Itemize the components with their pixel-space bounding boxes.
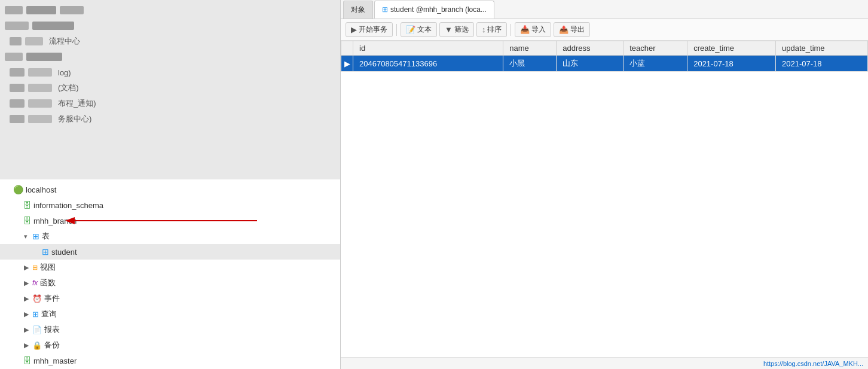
toolbar-separator-2: [511, 24, 511, 36]
sidebar-item-label: information_schema: [33, 201, 103, 210]
sidebar-item-queries-group[interactable]: ▶ ⊞ 查询: [0, 306, 340, 322]
sidebar-item-mhh-branch[interactable]: 🗄 mhh_branch: [0, 213, 340, 228]
sidebar-item-mhh-master[interactable]: 🗄 mhh_master: [0, 353, 340, 368]
toolbar-separator-1: [396, 24, 397, 36]
sidebar-item-label: 事件: [44, 293, 60, 304]
col-header-indicator: [341, 41, 353, 56]
text-label: 文本: [417, 25, 432, 35]
sidebar-tree: 🟢 localhost 🗄 information_schema 🗄 mhh_b…: [0, 179, 340, 369]
col-header-id[interactable]: id: [353, 41, 503, 56]
import-icon: 📥: [520, 25, 530, 34]
db-active-icon: 🗄: [23, 216, 31, 225]
cell-update-time: 2021-07-18: [776, 56, 868, 72]
import-button[interactable]: 📥 导入: [515, 22, 551, 37]
sidebar-item-student[interactable]: ⊞ student: [0, 244, 340, 260]
report-icon: 📄: [32, 325, 42, 334]
col-header-teacher[interactable]: teacher: [624, 41, 687, 56]
tab-object[interactable]: 对象: [343, 1, 373, 19]
toggle-icon: ▶: [24, 279, 31, 287]
db-icon: 🗄: [23, 356, 31, 365]
event-icon: ⏰: [32, 294, 42, 303]
backup-icon: 🔒: [32, 341, 42, 350]
col-header-name[interactable]: name: [503, 41, 557, 56]
cell-create-time: 2021-07-18: [687, 56, 776, 72]
cell-address: 山东: [557, 56, 624, 72]
sidebar-item-label: localhost: [26, 185, 56, 194]
data-table: id name address teacher create_time upda…: [341, 41, 868, 72]
toggle-icon: ▶: [24, 310, 31, 318]
sidebar-item-reports-group[interactable]: ▶ 📄 报表: [0, 322, 340, 337]
col-header-update-time[interactable]: update_time: [776, 41, 868, 56]
sidebar: 流程中心 log) (文档) 布程_通知): [0, 0, 341, 369]
db-icon: 🗄: [23, 200, 31, 210]
tab-label: student @mhh_branch (loca...: [390, 5, 487, 14]
status-bar: https://blog.csdn.net/JAVA_MKH...: [341, 357, 868, 369]
table-group-icon: ⊞: [32, 231, 39, 241]
filter-label: 筛选: [454, 25, 469, 35]
sidebar-item-label: student: [51, 248, 77, 257]
filter-button[interactable]: ▼ 筛选: [439, 22, 474, 37]
sidebar-item-label: 视图: [40, 262, 56, 273]
row-indicator: ▶: [341, 56, 353, 72]
cell-id: 204670805471133696: [353, 56, 503, 72]
toggle-icon: ▶: [24, 326, 31, 334]
transaction-icon: ▶: [351, 25, 357, 34]
view-icon: ⊞: [32, 264, 38, 272]
server-icon: 🟢: [13, 185, 23, 194]
export-label: 导出: [570, 25, 585, 35]
tab-student-table[interactable]: ⊞ student @mhh_branch (loca...: [374, 1, 494, 19]
sidebar-item-label: 报表: [44, 324, 60, 335]
sidebar-item-label: 表: [42, 231, 50, 242]
export-icon: 📤: [559, 25, 569, 34]
filter-icon: ▼: [445, 25, 453, 34]
toggle-icon: ▶: [24, 341, 31, 349]
tab-bar: 对象 ⊞ student @mhh_branch (loca...: [341, 0, 868, 19]
main-panel: 对象 ⊞ student @mhh_branch (loca... ▶ 开始事务…: [341, 0, 868, 369]
cell-teacher: 小蓝: [624, 56, 687, 72]
data-table-container: id name address teacher create_time upda…: [341, 41, 868, 357]
status-url: https://blog.csdn.net/JAVA_MKH...: [763, 360, 863, 367]
export-button[interactable]: 📤 导出: [554, 22, 590, 37]
sort-button[interactable]: ↕ 排序: [476, 22, 508, 37]
sidebar-item-backups-group[interactable]: ▶ 🔒 备份: [0, 337, 340, 353]
table-icon: ⊞: [42, 247, 49, 257]
sidebar-item-views-group[interactable]: ▶ ⊞ 视图: [0, 260, 340, 275]
arrow-annotation: [72, 215, 263, 227]
toolbar: ▶ 开始事务 📝 文本 ▼ 筛选 ↕ 排序 📥 导入 📤 导出: [341, 19, 868, 41]
begin-transaction-button[interactable]: ▶ 开始事务: [346, 22, 393, 37]
sidebar-item-tables-group[interactable]: ▾ ⊞ 表: [0, 228, 340, 244]
sidebar-item-label: 函数: [40, 277, 56, 288]
function-icon: fx: [32, 279, 38, 287]
sidebar-item-label: mhh_master: [33, 356, 77, 365]
import-label: 导入: [531, 25, 546, 35]
table-tab-icon: ⊞: [382, 5, 388, 14]
sidebar-item-label: mhh_branch: [33, 216, 77, 225]
text-icon: 📝: [406, 25, 415, 34]
sort-label: 排序: [487, 25, 502, 35]
text-button[interactable]: 📝 文本: [401, 22, 437, 37]
query-icon: ⊞: [32, 310, 39, 319]
sidebar-item-localhost[interactable]: 🟢 localhost: [0, 182, 340, 197]
cell-name: 小黑: [503, 56, 557, 72]
sidebar-item-events-group[interactable]: ▶ ⏰ 事件: [0, 291, 340, 306]
sidebar-blurred-section: 流程中心 log) (文档) 布程_通知): [0, 0, 340, 179]
begin-transaction-label: 开始事务: [359, 25, 387, 35]
sidebar-item-label: 查询: [41, 309, 57, 319]
table-row[interactable]: ▶ 204670805471133696 小黑 山东 小蓝 2021-07-18…: [341, 56, 868, 72]
sidebar-item-information-schema[interactable]: 🗄 information_schema: [0, 197, 340, 213]
toggle-icon: ▾: [24, 233, 31, 240]
col-header-address[interactable]: address: [557, 41, 624, 56]
col-header-create-time[interactable]: create_time: [687, 41, 776, 56]
tab-label: 对象: [351, 5, 365, 15]
toggle-icon: ▶: [24, 295, 31, 303]
sidebar-item-label: 备份: [44, 340, 60, 350]
sidebar-item-functions-group[interactable]: ▶ fx 函数: [0, 275, 340, 291]
sort-icon: ↕: [482, 25, 486, 34]
toggle-icon: ▶: [24, 264, 31, 272]
